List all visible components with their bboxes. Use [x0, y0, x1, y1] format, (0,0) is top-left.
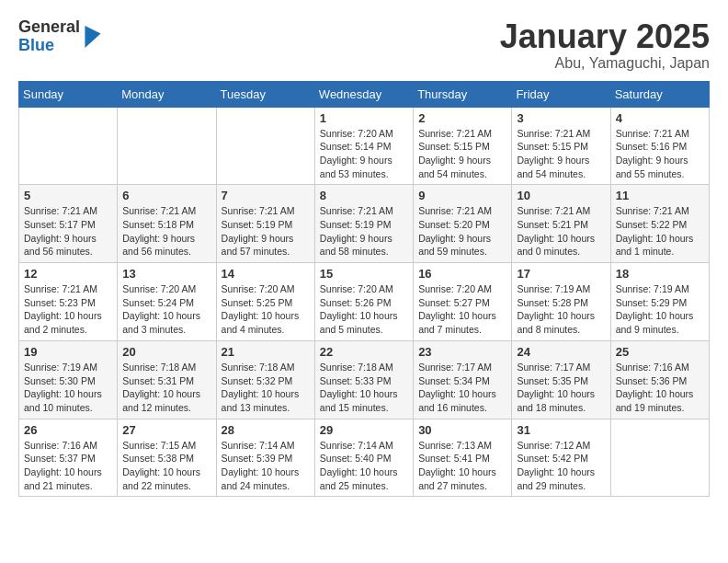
day-info: Sunrise: 7:15 AM Sunset: 5:38 PM Dayligh…	[122, 439, 210, 493]
day-info: Sunrise: 7:16 AM Sunset: 5:36 PM Dayligh…	[616, 361, 704, 415]
calendar-cell: 1Sunrise: 7:20 AM Sunset: 5:14 PM Daylig…	[314, 107, 413, 185]
title-block: January 2025 Abu, Yamaguchi, Japan	[500, 18, 710, 72]
day-number: 3	[517, 111, 605, 125]
day-info: Sunrise: 7:19 AM Sunset: 5:29 PM Dayligh…	[616, 282, 704, 337]
day-number: 21	[222, 345, 310, 359]
calendar-cell: 15Sunrise: 7:20 AM Sunset: 5:26 PM Dayli…	[314, 263, 413, 341]
day-number: 5	[24, 189, 112, 202]
day-number: 20	[122, 345, 210, 359]
day-info: Sunrise: 7:18 AM Sunset: 5:32 PM Dayligh…	[222, 361, 310, 415]
day-info: Sunrise: 7:21 AM Sunset: 5:16 PM Dayligh…	[616, 127, 704, 181]
calendar-cell: 31Sunrise: 7:12 AM Sunset: 5:42 PM Dayli…	[512, 419, 610, 497]
day-number: 11	[616, 189, 704, 202]
day-number: 25	[616, 345, 704, 359]
day-number: 18	[616, 267, 704, 281]
calendar-cell: 6Sunrise: 7:21 AM Sunset: 5:18 PM Daylig…	[118, 185, 216, 263]
day-number: 4	[616, 111, 704, 125]
calendar-cell: 24Sunrise: 7:17 AM Sunset: 5:35 PM Dayli…	[512, 340, 610, 419]
calendar-cell: 28Sunrise: 7:14 AM Sunset: 5:39 PM Dayli…	[216, 419, 314, 497]
calendar-table: SundayMondayTuesdayWednesdayThursdayFrid…	[18, 81, 710, 498]
day-number: 17	[517, 267, 605, 281]
col-header-wednesday: Wednesday	[314, 81, 413, 107]
day-number: 8	[320, 189, 408, 202]
calendar-cell: 10Sunrise: 7:21 AM Sunset: 5:21 PM Dayli…	[512, 185, 610, 263]
day-info: Sunrise: 7:19 AM Sunset: 5:28 PM Dayligh…	[517, 282, 605, 337]
day-number: 23	[418, 345, 506, 359]
calendar-cell: 12Sunrise: 7:21 AM Sunset: 5:23 PM Dayli…	[19, 263, 118, 341]
col-header-tuesday: Tuesday	[216, 81, 314, 107]
calendar-cell: 7Sunrise: 7:21 AM Sunset: 5:19 PM Daylig…	[216, 185, 314, 263]
calendar-cell	[216, 107, 314, 185]
calendar-cell: 18Sunrise: 7:19 AM Sunset: 5:29 PM Dayli…	[610, 263, 709, 341]
calendar-week-row: 1Sunrise: 7:20 AM Sunset: 5:14 PM Daylig…	[19, 107, 710, 185]
calendar-cell: 30Sunrise: 7:13 AM Sunset: 5:41 PM Dayli…	[414, 419, 512, 497]
day-info: Sunrise: 7:21 AM Sunset: 5:15 PM Dayligh…	[418, 127, 506, 181]
calendar-cell	[19, 107, 118, 185]
col-header-thursday: Thursday	[414, 81, 512, 107]
logo: General Blue	[18, 18, 102, 55]
calendar-week-row: 26Sunrise: 7:16 AM Sunset: 5:37 PM Dayli…	[19, 419, 710, 497]
day-number: 2	[418, 111, 506, 125]
day-number: 16	[418, 267, 506, 281]
calendar-cell: 26Sunrise: 7:16 AM Sunset: 5:37 PM Dayli…	[19, 419, 118, 497]
location: Abu, Yamaguchi, Japan	[500, 55, 710, 72]
calendar-cell: 13Sunrise: 7:20 AM Sunset: 5:24 PM Dayli…	[118, 263, 216, 341]
day-info: Sunrise: 7:21 AM Sunset: 5:20 PM Dayligh…	[418, 204, 506, 259]
day-info: Sunrise: 7:14 AM Sunset: 5:39 PM Dayligh…	[222, 439, 310, 493]
day-info: Sunrise: 7:20 AM Sunset: 5:14 PM Dayligh…	[320, 127, 408, 181]
day-info: Sunrise: 7:20 AM Sunset: 5:26 PM Dayligh…	[320, 282, 408, 337]
day-info: Sunrise: 7:21 AM Sunset: 5:17 PM Dayligh…	[24, 204, 112, 259]
calendar-cell: 17Sunrise: 7:19 AM Sunset: 5:28 PM Dayli…	[512, 263, 610, 341]
col-header-monday: Monday	[118, 81, 216, 107]
page-header: General Blue January 2025 Abu, Yamaguchi…	[18, 18, 710, 72]
calendar-week-row: 19Sunrise: 7:19 AM Sunset: 5:30 PM Dayli…	[19, 340, 710, 419]
calendar-cell: 5Sunrise: 7:21 AM Sunset: 5:17 PM Daylig…	[19, 185, 118, 263]
calendar-week-row: 12Sunrise: 7:21 AM Sunset: 5:23 PM Dayli…	[19, 263, 710, 341]
calendar-cell: 2Sunrise: 7:21 AM Sunset: 5:15 PM Daylig…	[414, 107, 512, 185]
month-title: January 2025	[500, 18, 710, 55]
day-info: Sunrise: 7:21 AM Sunset: 5:21 PM Dayligh…	[517, 204, 605, 259]
day-number: 30	[418, 423, 506, 437]
col-header-friday: Friday	[512, 81, 610, 107]
calendar-cell: 4Sunrise: 7:21 AM Sunset: 5:16 PM Daylig…	[610, 107, 709, 185]
day-info: Sunrise: 7:21 AM Sunset: 5:15 PM Dayligh…	[517, 127, 605, 181]
day-number: 14	[222, 267, 310, 281]
calendar-cell	[118, 107, 216, 185]
calendar-cell: 16Sunrise: 7:20 AM Sunset: 5:27 PM Dayli…	[414, 263, 512, 341]
day-info: Sunrise: 7:17 AM Sunset: 5:35 PM Dayligh…	[517, 361, 605, 415]
calendar-cell	[610, 419, 709, 497]
day-info: Sunrise: 7:18 AM Sunset: 5:33 PM Dayligh…	[320, 361, 408, 415]
day-info: Sunrise: 7:17 AM Sunset: 5:34 PM Dayligh…	[418, 361, 506, 415]
day-number: 26	[24, 423, 112, 437]
day-info: Sunrise: 7:16 AM Sunset: 5:37 PM Dayligh…	[24, 439, 112, 493]
col-header-saturday: Saturday	[610, 81, 709, 107]
calendar-cell: 3Sunrise: 7:21 AM Sunset: 5:15 PM Daylig…	[512, 107, 610, 185]
day-info: Sunrise: 7:12 AM Sunset: 5:42 PM Dayligh…	[517, 439, 605, 493]
day-info: Sunrise: 7:20 AM Sunset: 5:24 PM Dayligh…	[122, 282, 210, 337]
svg-marker-0	[85, 26, 100, 48]
day-number: 29	[320, 423, 408, 437]
day-number: 31	[517, 423, 605, 437]
calendar-cell: 23Sunrise: 7:17 AM Sunset: 5:34 PM Dayli…	[414, 340, 512, 419]
day-number: 15	[320, 267, 408, 281]
day-info: Sunrise: 7:21 AM Sunset: 5:23 PM Dayligh…	[24, 282, 112, 337]
day-info: Sunrise: 7:21 AM Sunset: 5:22 PM Dayligh…	[616, 204, 704, 259]
calendar-cell: 11Sunrise: 7:21 AM Sunset: 5:22 PM Dayli…	[610, 185, 709, 263]
calendar-cell: 25Sunrise: 7:16 AM Sunset: 5:36 PM Dayli…	[610, 340, 709, 419]
logo-general: General	[18, 18, 80, 37]
day-info: Sunrise: 7:20 AM Sunset: 5:27 PM Dayligh…	[418, 282, 506, 337]
calendar-cell: 19Sunrise: 7:19 AM Sunset: 5:30 PM Dayli…	[19, 340, 118, 419]
col-header-sunday: Sunday	[19, 81, 118, 107]
day-number: 28	[222, 423, 310, 437]
day-number: 6	[122, 189, 210, 202]
day-info: Sunrise: 7:21 AM Sunset: 5:19 PM Dayligh…	[320, 204, 408, 259]
day-info: Sunrise: 7:14 AM Sunset: 5:40 PM Dayligh…	[320, 439, 408, 493]
day-number: 24	[517, 345, 605, 359]
day-number: 13	[122, 267, 210, 281]
day-number: 12	[24, 267, 112, 281]
day-info: Sunrise: 7:20 AM Sunset: 5:25 PM Dayligh…	[222, 282, 310, 337]
calendar-cell: 22Sunrise: 7:18 AM Sunset: 5:33 PM Dayli…	[314, 340, 413, 419]
day-number: 9	[418, 189, 506, 202]
calendar-cell: 14Sunrise: 7:20 AM Sunset: 5:25 PM Dayli…	[216, 263, 314, 341]
day-info: Sunrise: 7:21 AM Sunset: 5:19 PM Dayligh…	[222, 204, 310, 259]
